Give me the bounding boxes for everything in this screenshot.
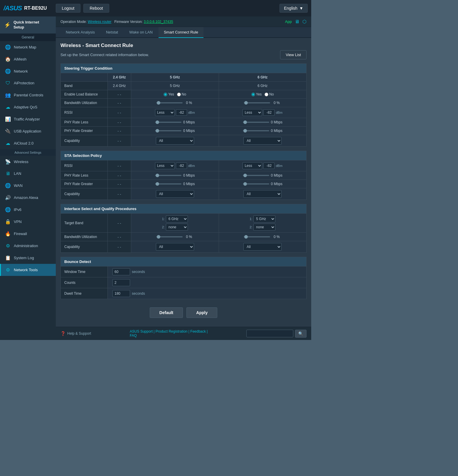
- phy-greater-slider-5ghz[interactable]: [155, 130, 181, 131]
- sidebar-item-wireless[interactable]: 📡 Wireless: [0, 156, 56, 168]
- iface-capability-select-col2[interactable]: All: [243, 243, 282, 251]
- sidebar-item-label: AiCloud 2.0: [14, 141, 33, 145]
- product-registration-link[interactable]: Product Registration: [156, 329, 188, 333]
- rssi-dash: - -: [108, 107, 131, 118]
- sidebar-item-traffic-analyzer[interactable]: 📊 Traffic Analyzer: [0, 113, 56, 125]
- yes-radio-5ghz[interactable]: [164, 93, 167, 96]
- tab-network-analysis[interactable]: Network Analysis: [60, 27, 100, 38]
- no-radio-label[interactable]: No: [265, 92, 274, 96]
- sta-capability-select-5ghz[interactable]: All: [156, 190, 194, 198]
- no-radio-5ghz[interactable]: [177, 93, 181, 96]
- capability-select-5ghz[interactable]: All: [156, 137, 194, 145]
- rssi-value-5ghz[interactable]: [176, 109, 187, 116]
- sidebar-item-adaptive-qos[interactable]: ☁ Adaptive QoS: [0, 101, 56, 113]
- rssi-condition-5ghz[interactable]: Less Greater: [155, 109, 175, 116]
- view-list-button[interactable]: View List: [280, 50, 307, 59]
- phy-less-slider-6ghz[interactable]: [243, 122, 269, 123]
- action-buttons: Default Apply: [60, 303, 307, 322]
- quick-setup-icon: ⚡: [4, 22, 11, 28]
- window-time-cell: seconds: [108, 267, 307, 277]
- wan-icon: 🌐: [5, 183, 11, 188]
- tab-netstat[interactable]: Netstat: [101, 27, 123, 38]
- default-button[interactable]: Default: [150, 307, 183, 318]
- sidebar-item-aiprotection[interactable]: 🛡 AiProtection: [0, 77, 56, 89]
- sidebar-item-aicloud[interactable]: ☁ AiCloud 2.0: [0, 137, 56, 149]
- interface-select-table: Interface Select and Qualify Procedures …: [60, 204, 307, 253]
- usb-icon[interactable]: ⬡: [302, 19, 307, 24]
- phy-less-slider-5ghz[interactable]: [155, 122, 181, 123]
- bw-slider-5ghz[interactable]: [156, 102, 183, 103]
- sta-rssi-condition-5ghz[interactable]: Less Greater: [155, 162, 175, 169]
- apply-button[interactable]: Apply: [186, 307, 217, 318]
- faq-link[interactable]: FAQ: [130, 333, 137, 338]
- sta-rssi-value-6ghz[interactable]: [263, 162, 275, 169]
- sta-rssi-value-5ghz[interactable]: [176, 162, 187, 169]
- tab-smart-connect-rule[interactable]: Smart Connect Rule: [159, 27, 203, 38]
- target-band-col1-cell: 1: 6 GHz 5 GHz 2.4 GHz none 2:: [131, 214, 219, 233]
- operation-mode: Operation Mode: Wireless router Firmware…: [60, 20, 173, 24]
- no-radio-6ghz[interactable]: [265, 93, 268, 96]
- sidebar-item-administration[interactable]: ⚙ Administration: [0, 240, 56, 252]
- bw-slider-6ghz[interactable]: [244, 102, 270, 103]
- sidebar-item-aimesh[interactable]: 🏠 AiMesh: [0, 53, 56, 65]
- sta-selection-header: STA Selection Policy: [61, 151, 307, 160]
- capability-select-6ghz[interactable]: All: [243, 137, 282, 145]
- sidebar-item-wan[interactable]: 🌐 WAN: [0, 180, 56, 192]
- iface-cap-col1-cell: All: [131, 241, 219, 253]
- sidebar-item-firewall[interactable]: 🔥 Firewall: [0, 228, 56, 240]
- tab-wake-on-lan[interactable]: Wake on LAN: [124, 27, 158, 38]
- iface-capability-select-col1[interactable]: All: [156, 243, 194, 251]
- target-band-col2-1-select[interactable]: 5 GHz 6 GHz 2.4 GHz none: [253, 215, 275, 222]
- sta-phy-less-dash: - -: [108, 171, 131, 180]
- counts-input[interactable]: [112, 279, 130, 286]
- sta-rssi-condition-6ghz[interactable]: Less Greater: [243, 162, 262, 169]
- yes-radio-label[interactable]: Yes: [164, 92, 174, 96]
- yes-radio-label[interactable]: Yes: [251, 92, 262, 96]
- no-radio-label[interactable]: No: [177, 92, 186, 96]
- sidebar-item-lan[interactable]: 🖥 LAN: [0, 168, 56, 180]
- dwell-time-input[interactable]: [112, 290, 130, 297]
- sta-capability-select-6ghz[interactable]: All: [243, 190, 282, 198]
- window-time-input[interactable]: [112, 268, 130, 275]
- iface-bw-slider-col1[interactable]: [156, 236, 183, 237]
- sidebar-item-system-log[interactable]: 📋 System Log: [0, 252, 56, 264]
- firewall-icon: 🔥: [5, 231, 11, 237]
- sidebar-item-label: Wireless: [14, 160, 28, 164]
- language-selector[interactable]: English ▼: [279, 4, 308, 13]
- footer-search-input[interactable]: [246, 330, 293, 337]
- network-map-icon: 🌐: [5, 44, 11, 50]
- target-band-col2-2-select[interactable]: none 6 GHz 5 GHz 2.4 GHz: [253, 224, 275, 231]
- phy-greater-slider-6ghz[interactable]: [243, 130, 269, 131]
- feedback-link[interactable]: Feedback: [190, 329, 206, 333]
- sidebar-item-network-map[interactable]: 🌐 Network Map: [0, 41, 56, 53]
- sidebar-item-vpn[interactable]: 🔒 VPN: [0, 216, 56, 228]
- sta-phy-less-6ghz-cell: 0 Mbps: [219, 171, 307, 180]
- operation-mode-link[interactable]: Wireless router: [88, 20, 112, 24]
- sidebar-item-parental-controls[interactable]: 👥 Parental Controls: [0, 89, 56, 101]
- sidebar-item-amazon-alexa[interactable]: 🔊 Amazon Alexa: [0, 192, 56, 204]
- iface-bw-slider-col2[interactable]: [244, 236, 270, 237]
- target-band-col1-1-select[interactable]: 6 GHz 5 GHz 2.4 GHz none: [166, 215, 188, 222]
- target-band-col1-2-select[interactable]: none 6 GHz 5 GHz 2.4 GHz: [166, 224, 188, 231]
- sta-phy-greater-slider-6ghz[interactable]: [243, 183, 269, 185]
- yes-radio-6ghz[interactable]: [251, 93, 255, 96]
- sidebar-item-usb-application[interactable]: 🔌 USB Application: [0, 125, 56, 137]
- sidebar-item-label: VPN: [14, 219, 22, 224]
- sidebar-item-label: Parental Controls: [14, 93, 43, 97]
- sta-phy-less-slider-6ghz[interactable]: [243, 175, 269, 176]
- sidebar-item-network-tools[interactable]: ⚙ Network Tools: [0, 264, 56, 276]
- search-button[interactable]: 🔍: [295, 330, 307, 338]
- bounce-detect-header: Bounce Detect: [61, 257, 307, 267]
- sta-phy-less-slider-5ghz[interactable]: [155, 175, 181, 176]
- sta-phy-greater-slider-5ghz[interactable]: [155, 183, 181, 185]
- sidebar-item-ipv6[interactable]: 🌐 IPv6: [0, 204, 56, 216]
- rssi-value-6ghz[interactable]: [263, 109, 275, 116]
- firmware-version-link[interactable]: 3.0.0.6.102_37435: [144, 20, 173, 24]
- reboot-button[interactable]: Reboot: [83, 4, 109, 13]
- monitor-icon[interactable]: 🖥: [295, 19, 299, 24]
- rssi-condition-6ghz[interactable]: Less Greater: [243, 109, 262, 116]
- sidebar-item-quick-internet-setup[interactable]: ⚡ Quick InternetSetup: [0, 16, 56, 33]
- sidebar-item-network[interactable]: 🌐 Network: [0, 65, 56, 77]
- asus-support-link[interactable]: ASUS Support: [130, 329, 153, 333]
- logout-button[interactable]: Logout: [56, 4, 81, 13]
